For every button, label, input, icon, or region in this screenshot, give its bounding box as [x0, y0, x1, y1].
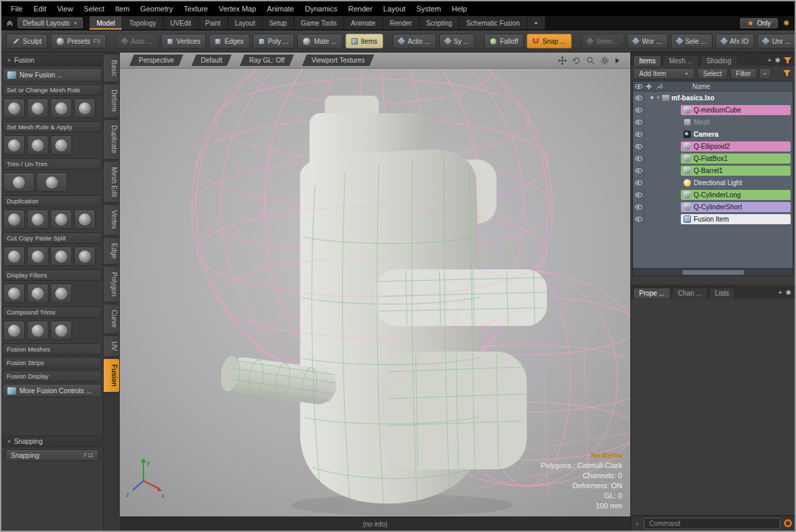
item-label[interactable]: Camera — [681, 129, 791, 139]
filter-all-button[interactable] — [3, 284, 25, 303]
mesh-role-primary-button[interactable] — [3, 98, 25, 118]
tab-fusion[interactable]: Fusion — [104, 358, 120, 393]
view-type-dropdown[interactable]: Perspective — [129, 55, 183, 66]
sculpt-button[interactable]: Sculpt — [6, 34, 48, 48]
3d-viewport[interactable]: y x z No Items Polygons : Catmull-Clark … — [120, 69, 630, 517]
trim-button[interactable] — [3, 172, 34, 192]
item-row[interactable]: Mesh — [633, 116, 793, 128]
horizontal-scrollbar[interactable] — [633, 268, 793, 275]
menu-vertex-map[interactable]: Vertex Map — [213, 3, 262, 15]
layout-tab-render[interactable]: Render — [383, 16, 420, 30]
filter-button[interactable]: Filter — [730, 68, 757, 79]
menu-dynamics[interactable]: Dynamics — [300, 3, 343, 15]
snapping-button[interactable]: Snap ... — [527, 34, 571, 48]
afx-io-button[interactable]: Afx IO — [715, 34, 755, 48]
mesh-role-trimmer-button[interactable] — [27, 98, 48, 118]
menu-render[interactable]: Render — [343, 3, 378, 15]
mirror-button[interactable] — [51, 209, 72, 229]
tab-channels[interactable]: Chan ... — [672, 288, 708, 298]
work-plane-button[interactable]: Wor ... — [627, 34, 667, 48]
orbit-tool-icon[interactable] — [572, 56, 581, 65]
expand-arrow-icon[interactable]: ▼ — [649, 95, 655, 101]
menu-file[interactable]: File — [5, 3, 28, 15]
item-row[interactable]: Q-CylinderLong — [633, 189, 793, 201]
compound-trim-new-button[interactable] — [3, 321, 25, 340]
raygl-dropdown[interactable]: Ray GL: Off — [240, 55, 294, 66]
shading-style-dropdown[interactable]: Default — [191, 55, 232, 66]
fusion-meshes-bar[interactable]: Fusion Meshes — [3, 343, 102, 355]
layout-tab-layout[interactable]: Layout — [228, 16, 263, 30]
compound-trim-remove-button[interactable] — [51, 321, 72, 340]
eye-cell[interactable] — [633, 128, 644, 140]
gear-icon[interactable]: ✱ — [775, 57, 781, 64]
menu-select[interactable]: Select — [78, 3, 110, 15]
menu-help[interactable]: Help — [446, 3, 473, 15]
section-compound-trims[interactable]: Compound Trims — [3, 306, 102, 318]
section-cut-copy-paste-split[interactable]: Cut Copy Paste Split — [3, 232, 102, 244]
tab-shading[interactable]: Shading — [700, 55, 737, 66]
section-set-mesh-role-apply[interactable]: Set Mesh Role & Apply — [3, 121, 102, 133]
mesh-role-intersect-button[interactable] — [51, 98, 72, 118]
tab-mesh-edit[interactable]: Mesh Edit — [104, 161, 120, 203]
eye-cell[interactable] — [633, 213, 644, 225]
visibility-column-icon[interactable] — [635, 84, 642, 89]
layout-tab-scripting[interactable]: Scripting — [420, 16, 460, 30]
layout-tab-uvedit[interactable]: UVEdit — [164, 16, 199, 30]
pan-tool-icon[interactable] — [558, 56, 567, 65]
fusion-strips-bar[interactable]: Fusion Strips — [3, 357, 102, 368]
copy-button[interactable] — [27, 246, 48, 266]
tab-mesh-ops[interactable]: Mesh ... — [663, 55, 699, 66]
expand-plus-icon[interactable]: + — [655, 94, 661, 101]
layout-tab-setup[interactable]: Setup — [263, 16, 294, 30]
filter-solid-button[interactable] — [27, 284, 48, 303]
section-trim-untrim[interactable]: Trim / Un-Trim — [3, 158, 102, 170]
compound-trim-add-button[interactable] — [27, 321, 48, 340]
tab-basic[interactable]: Basic — [104, 54, 120, 82]
wrench-column-icon[interactable] — [655, 83, 663, 90]
menu-system[interactable]: System — [411, 3, 446, 15]
menu-texture[interactable]: Texture — [178, 3, 213, 15]
item-label[interactable]: Q-mediumCube — [681, 105, 791, 115]
tab-uv[interactable]: UV — [104, 335, 120, 357]
fusion-panel-header[interactable]: ▼ Fusion — [3, 55, 102, 66]
item-row[interactable]: Camera — [633, 128, 793, 140]
item-label[interactable]: Q-CylinderShort — [681, 202, 791, 212]
gear-icon[interactable] — [600, 56, 609, 65]
item-row[interactable]: Fusion Item — [633, 213, 793, 225]
item-label[interactable]: Directional Light — [681, 178, 791, 188]
eye-cell[interactable] — [633, 92, 644, 104]
new-fusion-button[interactable]: New Fusion ... — [3, 68, 102, 81]
split-button[interactable] — [74, 246, 96, 266]
tab-curve[interactable]: Curve — [104, 304, 120, 334]
select-column-icon[interactable] — [645, 83, 653, 90]
section-set-or-change-mesh-role[interactable]: Set or Change Mesh Role — [3, 84, 102, 96]
play-options-icon[interactable] — [614, 57, 621, 65]
section-duplication[interactable]: Duplication — [3, 195, 102, 207]
item-row[interactable]: Directional Light — [633, 176, 793, 189]
layout-tab-topology[interactable]: Topology — [123, 16, 164, 30]
command-history-icon[interactable] — [784, 519, 792, 527]
presets-button[interactable]: Presets F6 — [51, 34, 106, 48]
item-row[interactable]: Q-CylinderShort — [633, 201, 793, 213]
layout-switcher-button[interactable]: Default Layouts ▼ — [18, 18, 83, 28]
tab-properties[interactable]: Prope ... — [633, 288, 671, 298]
gear-icon[interactable]: ✱ — [786, 290, 791, 296]
menu-view[interactable]: View — [52, 3, 79, 15]
apply-role-trim-button[interactable] — [27, 135, 48, 155]
collapse-all-button[interactable]: − — [759, 68, 771, 79]
item-label[interactable]: Q-FlatBox1 — [681, 154, 791, 164]
zoom-tool-icon[interactable] — [586, 56, 595, 65]
layout-tab-add[interactable]: + — [527, 16, 545, 30]
scrollbar-thumb[interactable] — [682, 270, 744, 275]
snapping-panel-header[interactable]: ▼ Snapping — [3, 436, 102, 447]
apply-role-remove-button[interactable] — [51, 135, 72, 155]
item-row[interactable]: Q-Ellipsoid2 — [633, 140, 793, 152]
apply-role-primary-button[interactable] — [3, 135, 25, 155]
unreal-button[interactable]: Unr ... — [757, 34, 796, 48]
item-label[interactable]: Q-Barrel1 — [681, 166, 791, 176]
tab-duplicate[interactable]: Duplicate — [104, 119, 120, 160]
tab-polygon[interactable]: Polygon — [104, 266, 120, 302]
eye-cell[interactable] — [633, 164, 644, 176]
add-item-button[interactable]: Add Item ▼ — [633, 68, 695, 79]
instance-button[interactable] — [27, 209, 48, 229]
